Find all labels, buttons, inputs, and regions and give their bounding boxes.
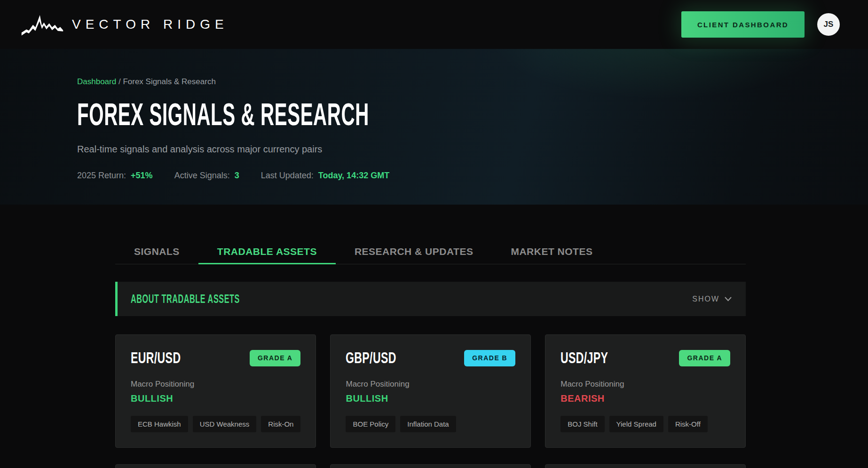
breadcrumb-separator: / [118,77,121,86]
tab-bar: SIGNALS TRADABLE ASSETS RESEARCH & UPDAT… [115,244,746,264]
macro-positioning-label: Macro Positioning [131,380,300,389]
asset-card-eurusd: EUR/USD GRADE A Macro Positioning BULLIS… [115,334,316,448]
card-header: GBP/USD GRADE B [346,350,515,366]
macro-positioning-label: Macro Positioning [346,380,515,389]
asset-card-usdjpy: USD/JPY GRADE A Macro Positioning BEARIS… [545,334,746,448]
tag-chip: Yield Spread [609,416,663,432]
currency-pair: GBP/USD [346,350,396,366]
stat-return: 2025 Return: +51% [77,171,153,181]
stat-label: Last Updated: [261,171,314,181]
brand-name: VECTOR RIDGE [72,17,229,32]
tag-chip: Risk-On [261,416,300,432]
tab-market-notes[interactable]: MARKET NOTES [492,244,611,264]
about-panel-title: ABOUT TRADABLE ASSETS [131,292,240,306]
currency-pair: EUR/USD [131,350,181,366]
page-title: FOREX SIGNALS & RESEARCH [77,99,560,130]
stat-label: 2025 Return: [77,171,126,181]
macro-positioning-label: Macro Positioning [560,380,730,389]
tag-chip: Risk-Off [668,416,708,432]
breadcrumb-current: Forex Signals & Research [123,77,215,86]
card-header: USD/JPY GRADE A [560,350,730,366]
stat-value: Today, 14:32 GMT [318,171,389,181]
stat-value: +51% [131,171,153,181]
tab-research-updates[interactable]: RESEARCH & UPDATES [336,244,492,264]
card-header: EUR/USD GRADE A [131,350,300,366]
main-content: SIGNALS TRADABLE ASSETS RESEARCH & UPDAT… [115,244,746,468]
positioning-value: BULLISH [346,393,515,404]
nav-right: CLIENT DASHBOARD JS [681,11,840,38]
tab-signals[interactable]: SIGNALS [115,244,198,264]
tag-chip: BOJ Shift [560,416,604,432]
positioning-value: BEARISH [560,393,730,404]
card-placeholder [330,464,531,468]
stat-last-updated: Last Updated: Today, 14:32 GMT [261,171,389,181]
stat-active-signals: Active Signals: 3 [174,171,239,181]
client-dashboard-button[interactable]: CLIENT DASHBOARD [681,11,805,38]
breadcrumb: Dashboard / Forex Signals & Research [77,77,868,87]
show-toggle-button[interactable]: SHOW [692,295,732,303]
stat-label: Active Signals: [174,171,230,181]
tag-list: BOJ Shift Yield Spread Risk-Off [560,416,730,432]
user-avatar[interactable]: JS [817,13,840,36]
chevron-down-icon [725,295,732,303]
show-toggle-label: SHOW [692,295,719,303]
tag-chip: Inflation Data [400,416,456,432]
card-placeholder [545,464,746,468]
tag-chip: BOE Policy [346,416,395,432]
tag-list: ECB Hawkish USD Weakness Risk-On [131,416,300,432]
top-nav: VECTOR RIDGE CLIENT DASHBOARD JS [0,0,868,49]
grade-badge: GRADE A [679,350,730,366]
asset-card-grid: EUR/USD GRADE A Macro Positioning BULLIS… [115,334,746,468]
hero-stats: 2025 Return: +51% Active Signals: 3 Last… [77,171,868,181]
about-tradable-assets-panel: ABOUT TRADABLE ASSETS SHOW [115,282,746,316]
breadcrumb-dashboard-link[interactable]: Dashboard [77,77,116,86]
asset-card-gbpusd: GBP/USD GRADE B Macro Positioning BULLIS… [330,334,531,448]
positioning-value: BULLISH [131,393,300,404]
mountain-logo-icon [21,12,64,37]
tag-list: BOE Policy Inflation Data [346,416,515,432]
page-subtitle: Real-time signals and analysis across ma… [77,144,868,155]
currency-pair: USD/JPY [560,350,608,366]
grade-badge: GRADE A [250,350,301,366]
tag-chip: ECB Hawkish [131,416,188,432]
tab-tradable-assets[interactable]: TRADABLE ASSETS [198,244,336,264]
hero-section: Dashboard / Forex Signals & Research FOR… [0,49,868,205]
grade-badge: GRADE B [464,350,515,366]
brand-logo[interactable]: VECTOR RIDGE [21,12,229,37]
stat-value: 3 [235,171,239,181]
card-placeholder [115,464,316,468]
tag-chip: USD Weakness [193,416,257,432]
